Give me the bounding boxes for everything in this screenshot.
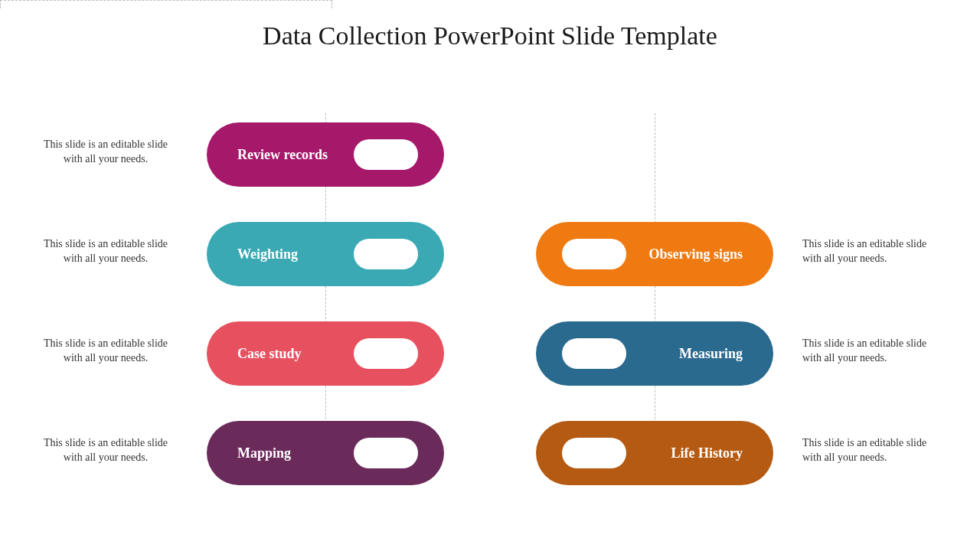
caption-left-1: This slide is an editable slide with all… (37, 138, 175, 167)
caption-left-3: This slide is an editable slide with all… (37, 337, 175, 366)
slide-title: Data Collection PowerPoint Slide Templat… (0, 21, 980, 51)
pill-label: Mapping (237, 445, 291, 462)
pill-slot-icon (354, 239, 418, 269)
caption-left-2: This slide is an editable slide with all… (37, 237, 175, 266)
pill-slot-icon (562, 338, 626, 369)
pill-slot-icon (562, 239, 626, 269)
pill-slot-icon (562, 438, 626, 468)
connector-top (0, 0, 332, 8)
pill-measuring: Measuring (536, 321, 773, 386)
caption-right-1: This slide is an editable slide with all… (802, 237, 940, 266)
pill-label: Case study (237, 345, 302, 363)
pill-label: Review records (237, 146, 328, 164)
pill-life-history: Life History (536, 421, 773, 485)
pill-label: Life History (671, 445, 743, 462)
pill-label: Measuring (679, 345, 743, 363)
pill-slot-icon (354, 139, 418, 170)
pill-observing-signs: Observing signs (536, 222, 773, 286)
pill-slot-icon (354, 438, 418, 468)
caption-right-2: This slide is an editable slide with all… (802, 337, 940, 366)
pill-label: Weighting (237, 246, 298, 263)
pill-mapping: Mapping (207, 421, 444, 485)
caption-left-4: This slide is an editable slide with all… (37, 436, 175, 465)
pill-weighting: Weighting (207, 222, 444, 286)
caption-right-3: This slide is an editable slide with all… (802, 436, 940, 465)
pill-case-study: Case study (207, 321, 444, 386)
pill-label: Observing signs (648, 246, 743, 263)
pill-review-records: Review records (207, 122, 444, 187)
pill-slot-icon (354, 338, 418, 369)
